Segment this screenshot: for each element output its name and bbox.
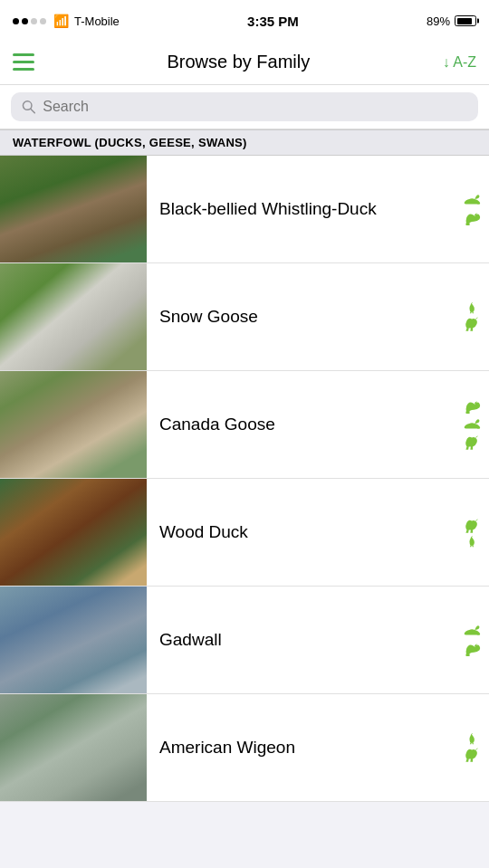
silhouette-icon <box>462 623 482 639</box>
bird-name: Canada Goose <box>147 414 460 436</box>
silhouette-icon <box>462 210 482 226</box>
silhouette-icon <box>462 518 482 534</box>
bird-photo <box>0 156 147 262</box>
battery-body <box>455 15 476 26</box>
hamburger-line-1 <box>13 53 34 56</box>
list-item[interactable]: Gadwall <box>0 587 489 694</box>
bird-photo <box>0 479 147 586</box>
page-title: Browse by Family <box>167 52 310 72</box>
bird-silhouettes <box>460 587 489 693</box>
bird-name: Wood Duck <box>147 521 460 544</box>
section-header: WATERFOWL (DUCKS, GEESE, SWANS) <box>0 129 489 156</box>
bird-silhouettes <box>460 371 489 478</box>
battery-area: 89% <box>427 14 476 28</box>
bird-list: Black-bellied Whistling-DuckSnow GooseCa… <box>0 156 489 802</box>
svg-line-1 <box>31 109 34 112</box>
silhouette-icon <box>462 192 482 208</box>
bird-photo <box>0 371 147 478</box>
bird-photo <box>0 263 147 370</box>
status-bar: 📶 T-Mobile 3:35 PM 89% <box>0 0 489 40</box>
silhouette-icon <box>465 302 479 314</box>
bird-silhouettes <box>460 479 489 586</box>
bird-photo <box>0 587 147 693</box>
bird-silhouettes <box>460 694 489 801</box>
silhouette-icon <box>462 434 482 451</box>
silhouette-icon <box>462 398 482 415</box>
silhouette-icon <box>462 416 482 433</box>
menu-button[interactable] <box>13 53 34 71</box>
search-bar <box>0 85 489 129</box>
dot-4 <box>40 18 46 24</box>
bird-silhouettes <box>460 156 489 262</box>
bird-photo <box>0 694 147 801</box>
bird-name: American Wigeon <box>147 737 460 759</box>
signal-dots <box>13 18 46 24</box>
bird-name: Gadwall <box>147 629 460 652</box>
list-item[interactable]: Wood Duck <box>0 479 489 587</box>
hamburger-line-2 <box>13 61 34 63</box>
battery-icon <box>455 15 476 26</box>
sort-az-button[interactable]: ↓ A-Z <box>443 54 476 71</box>
silhouette-icon <box>465 536 479 548</box>
silhouette-icon <box>462 641 482 657</box>
search-icon <box>22 100 35 114</box>
list-item[interactable]: American Wigeon <box>0 694 489 802</box>
battery-fill <box>457 18 472 24</box>
dot-2 <box>22 18 28 24</box>
dot-3 <box>31 18 37 24</box>
silhouette-icon <box>462 316 482 332</box>
carrier-signal: 📶 T-Mobile <box>13 14 120 28</box>
search-input-wrap[interactable] <box>11 92 478 121</box>
bird-name: Snow Goose <box>147 306 460 329</box>
list-item[interactable]: Canada Goose <box>0 371 489 479</box>
silhouette-icon <box>462 747 482 763</box>
silhouette-icon <box>465 733 479 745</box>
search-input[interactable] <box>43 99 467 115</box>
bird-silhouettes <box>460 263 489 370</box>
dot-1 <box>13 18 19 24</box>
time-display: 3:35 PM <box>247 14 299 29</box>
hamburger-line-3 <box>13 68 34 71</box>
carrier-label: T-Mobile <box>74 14 120 28</box>
list-item[interactable]: Snow Goose <box>0 263 489 371</box>
wifi-icon: 📶 <box>53 14 69 28</box>
nav-bar: Browse by Family ↓ A-Z <box>0 40 489 85</box>
battery-percent: 89% <box>427 14 450 28</box>
bird-name: Black-bellied Whistling-Duck <box>147 198 460 221</box>
list-item[interactable]: Black-bellied Whistling-Duck <box>0 156 489 263</box>
